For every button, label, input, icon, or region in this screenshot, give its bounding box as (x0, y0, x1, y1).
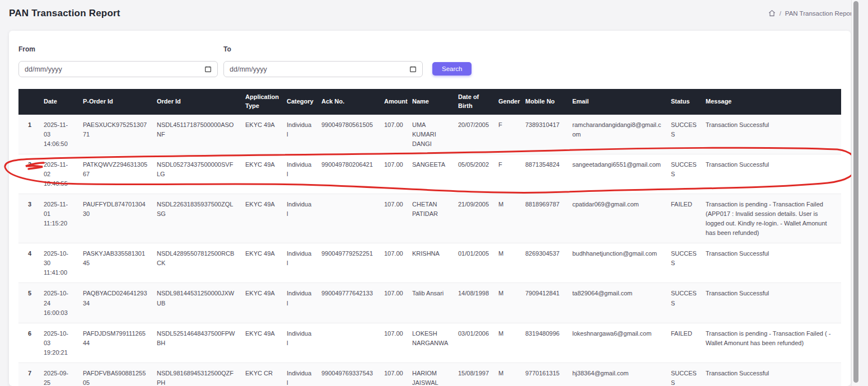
cell-p_order_id: PAESXUCK97525130771 (78, 115, 152, 154)
cell-dob: 05/05/2002 (454, 154, 494, 194)
cell-category: Individual (282, 363, 317, 386)
cell-amount: 107.00 (380, 243, 408, 283)
cell-order_id: NSDL52514648437500FPWBH (152, 323, 241, 363)
column-header-status: Status (666, 89, 701, 115)
cell-gender: M (494, 194, 521, 243)
table-header-row: DateP-Order IdOrder IdApplication TypeCa… (18, 89, 841, 115)
cell-gender: M (494, 323, 521, 363)
table-row: 32025-11-01 11:15:20PAUFFYDL87470130430N… (18, 194, 841, 243)
cell-email: lokeshnargawa6@gmail.com (568, 323, 666, 363)
cell-order_id: NSDL98144531250000JXWUB (152, 283, 241, 323)
cell-name: HARIOM JAISWAL (408, 363, 454, 386)
cell-p_order_id: PASKYJAB33558130145 (78, 243, 152, 283)
cell-app_type: EKYC 49A (241, 154, 282, 194)
cell-ack_no (317, 194, 380, 243)
filter-bar: From dd/mm/yyyy To dd/mm/yyyy (18, 45, 841, 77)
table-row: 72025-09-25 14:01:57PAFDFVBA59088125505N… (18, 363, 841, 386)
cell-email: ta829064@gmail.com (568, 283, 666, 323)
search-button[interactable]: Search (432, 62, 472, 76)
to-date-input[interactable]: dd/mm/yyyy (223, 61, 423, 77)
vertical-scrollbar[interactable] (851, 0, 860, 386)
cell-p_order_id: PAFDJDSM79911126544 (78, 323, 152, 363)
cell-mobile: 9770161315 (521, 363, 568, 386)
top-bar: PAN Transaction Report / PAN Transaction… (0, 0, 860, 26)
column-header-category: Category (282, 89, 317, 115)
cell-amount: 107.00 (380, 115, 408, 154)
cell-p_order_id: PAQBYACD02464129334 (78, 283, 152, 323)
cell-amount: 107.00 (380, 323, 408, 363)
table-row: 62025-10-03 19:20:21PAFDJDSM79911126544N… (18, 323, 841, 363)
cell-ack_no: 990049780561505 (317, 115, 380, 154)
column-header-gender: Gender (494, 89, 521, 115)
table-wrapper: DateP-Order IdOrder IdApplication TypeCa… (18, 89, 841, 386)
cell-status: SUCCESS (666, 154, 701, 194)
cell-mobile: 8818969787 (521, 194, 568, 243)
cell-email: budhhanetjunction@gmail.com (568, 243, 666, 283)
cell-gender: F (494, 154, 521, 194)
column-header-message: Message (701, 89, 841, 115)
cell-date: 2025-11-01 11:15:20 (39, 194, 78, 243)
to-date-group: To dd/mm/yyyy (223, 45, 423, 77)
cell-sr: 4 (18, 243, 39, 283)
table-row: 42025-10-30 11:41:00PASKYJAB33558130145N… (18, 243, 841, 283)
cell-sr: 1 (18, 115, 39, 154)
cell-sr: 2 (18, 154, 39, 194)
cell-date: 2025-11-03 14:06:50 (39, 115, 78, 154)
cell-app_type: EKYC 49A (241, 283, 282, 323)
calendar-icon[interactable] (204, 65, 212, 73)
cell-mobile: 8269304537 (521, 243, 568, 283)
column-header-email: Email (568, 89, 666, 115)
cell-dob: 14/08/1998 (454, 283, 494, 323)
cell-dob: 21/09/2005 (454, 194, 494, 243)
cell-order_id: NSDL98168945312500QZFPH (152, 363, 241, 386)
home-icon[interactable] (768, 10, 776, 17)
cell-message: Transaction Successful (701, 243, 841, 283)
cell-gender: F (494, 115, 521, 154)
cell-ack_no: 990049780206421 (317, 154, 380, 194)
cell-sr: 3 (18, 194, 39, 243)
page-container: PAN Transaction Report / PAN Transaction… (0, 0, 860, 386)
table-body: 12025-11-03 14:06:50PAESXUCK97525130771N… (18, 115, 841, 386)
column-header-app_type: Application Type (241, 89, 282, 115)
column-header-order_id: Order Id (152, 89, 241, 115)
cell-app_type: EKYC 49A (241, 194, 282, 243)
cell-message: Transaction is pending - Transaction Fai… (701, 194, 841, 243)
cell-date: 2025-11-02 10:40:55 (39, 154, 78, 194)
cell-mobile: 7389310417 (521, 115, 568, 154)
cell-amount: 107.00 (380, 283, 408, 323)
calendar-icon[interactable] (409, 65, 417, 73)
cell-mobile: 8319480996 (521, 323, 568, 363)
to-label: To (223, 45, 423, 53)
cell-amount: 107.00 (380, 363, 408, 386)
cell-gender: M (494, 283, 521, 323)
cell-ack_no (317, 323, 380, 363)
cell-order_id: NSDL45117187500000ASONF (152, 115, 241, 154)
cell-name: Talib Ansari (408, 283, 454, 323)
scrollbar-thumb[interactable] (853, 1, 858, 383)
cell-category: Individual (282, 154, 317, 194)
cell-sr: 7 (18, 363, 39, 386)
cell-order_id: NSDL42895507812500RCBCK (152, 243, 241, 283)
cell-message: Transaction Successful (701, 283, 841, 323)
cell-ack_no: 990049779252251 (317, 243, 380, 283)
cell-order_id: NSDL22631835937500ZQLSG (152, 194, 241, 243)
column-header-name: Name (408, 89, 454, 115)
cell-gender: M (494, 243, 521, 283)
from-date-input[interactable]: dd/mm/yyyy (18, 61, 218, 77)
cell-category: Individual (282, 115, 317, 154)
column-header-row-number (18, 89, 39, 115)
column-header-ack_no: Ack No. (317, 89, 380, 115)
cell-category: Individual (282, 323, 317, 363)
table-row: 12025-11-03 14:06:50PAESXUCK97525130771N… (18, 115, 841, 154)
cell-mobile: 7909412841 (521, 283, 568, 323)
cell-date: 2025-10-24 16:00:03 (39, 283, 78, 323)
cell-dob: 15/08/1997 (454, 363, 494, 386)
table-header: DateP-Order IdOrder IdApplication TypeCa… (18, 89, 841, 115)
cell-date: 2025-10-30 11:41:00 (39, 243, 78, 283)
cell-category: Individual (282, 243, 317, 283)
cell-app_type: EKYC 49A (241, 323, 282, 363)
cell-gender: M (494, 363, 521, 386)
breadcrumb-separator: / (780, 10, 781, 17)
column-header-mobile: Mobile No (521, 89, 568, 115)
page-title: PAN Transaction Report (9, 8, 120, 19)
